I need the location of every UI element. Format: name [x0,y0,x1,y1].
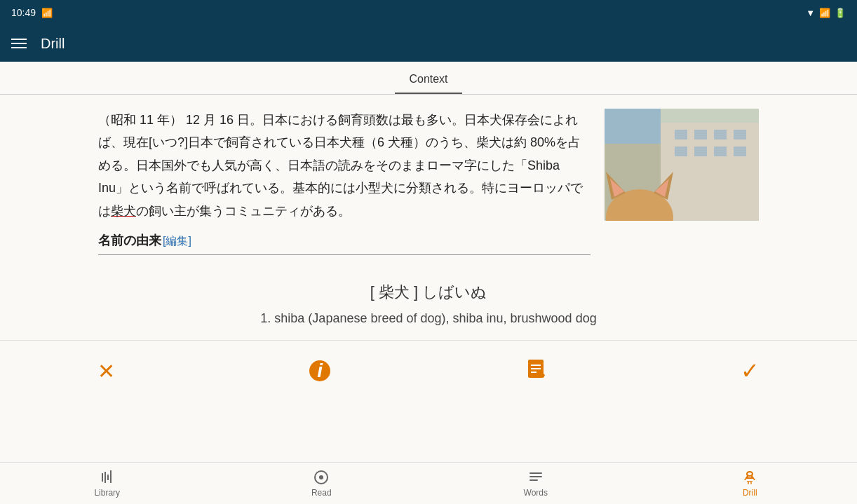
nav-label-library: Library [94,488,120,498]
check-icon: ✓ [741,357,760,384]
words-icon [527,469,544,486]
library-icon [99,469,116,486]
status-bar: 10:49 📶 ▼ 📶 🔋 [0,0,857,25]
article-area: （昭和 11 年） 12 月 16 日。日本における飼育頭数は最も多い。日本犬保… [0,95,857,268]
svg-rect-24 [529,472,542,474]
svg-rect-6 [734,130,746,139]
svg-point-23 [319,475,323,479]
signal-bars-icon: 📶 [819,8,830,18]
tab-context[interactable]: Context [395,69,461,94]
word-card: [ 柴犬 ] しばいぬ 1. shiba (Japanese breed of … [0,268,857,340]
page-title: Drill [41,36,65,52]
svg-rect-25 [529,476,542,477]
svg-rect-8 [694,147,707,156]
context-tab-bar: Context [0,62,857,95]
menu-button[interactable] [11,39,27,48]
info-icon: i [309,360,330,381]
bottom-nav: Library Read Words Drill [0,462,857,504]
highlighted-word[interactable]: 柴犬 [111,204,136,218]
nav-item-library[interactable]: Library [0,463,215,504]
article-image [605,109,759,221]
svg-rect-4 [694,130,707,139]
article-with-image: （昭和 11 年） 12 月 16 日。日本における飼育頭数は最も多い。日本犬保… [98,109,759,261]
status-sim-icon: 📶 [41,8,53,18]
svg-rect-5 [714,130,727,139]
x-icon: ✕ [97,359,115,383]
svg-rect-7 [675,147,687,156]
svg-rect-9 [714,147,727,156]
status-time: 10:49 [11,7,36,18]
battery-icon: 🔋 [835,8,846,18]
word-reading: [ 柴犬 ] しばいぬ [98,282,759,303]
top-bar: Drill [0,25,857,62]
nav-item-drill[interactable]: Drill [643,463,858,504]
drill-icon [741,469,758,486]
nav-label-words: Words [524,488,548,498]
svg-rect-26 [529,479,538,481]
action-buttons: ✕ i ✓ [0,340,857,401]
dog-image-svg [605,109,759,221]
svg-rect-3 [675,130,687,139]
info-button[interactable]: i [281,355,358,387]
svg-rect-11 [605,109,661,144]
word-definition: 1. shiba (Japanese breed of dog), shiba … [98,311,759,326]
read-icon [313,469,330,486]
check-button[interactable]: ✓ [713,352,788,390]
article-text: （昭和 11 年） 12 月 16 日。日本における飼育頭数は最も多い。日本犬保… [98,109,591,261]
section-heading: 名前の由来[編集] [98,229,591,255]
wifi-icon: ▼ [806,8,815,18]
edit-link[interactable]: [編集] [163,235,191,247]
note-button[interactable] [497,353,574,390]
main-content: Context （昭和 11 年） 12 月 16 日。日本における飼育頭数は最… [0,62,857,462]
nav-item-words[interactable]: Words [428,463,643,504]
note-icon [525,358,546,384]
article-paragraph: （昭和 11 年） 12 月 16 日。日本における飼育頭数は最も多い。日本犬保… [98,109,591,222]
nav-label-drill: Drill [743,488,757,498]
nav-item-read[interactable]: Read [215,463,429,504]
nav-label-read: Read [311,488,332,498]
svg-rect-10 [734,147,746,156]
dismiss-button[interactable]: ✕ [69,353,143,389]
